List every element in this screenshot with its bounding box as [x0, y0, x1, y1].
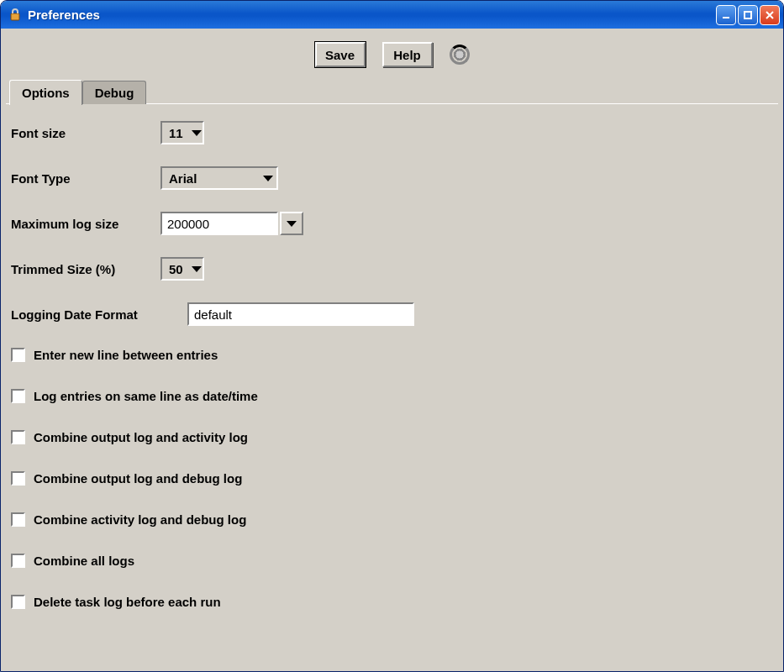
options-panel: Font size 11 Font Type Arial Maximum log… [6, 103, 778, 666]
tab-options[interactable]: Options [9, 80, 82, 105]
checkbox-row: Log entries on same line as date/time [11, 389, 773, 403]
font-size-select[interactable]: 11 [160, 121, 204, 144]
max-log-size-input[interactable] [160, 212, 278, 235]
checkbox-label[interactable]: Combine all logs [34, 554, 134, 568]
checkbox-row: Combine output log and debug log [11, 471, 773, 486]
checkbox-label[interactable]: Enter new line between entries [34, 348, 218, 362]
date-format-input[interactable] [187, 302, 414, 326]
font-size-value: 11 [169, 126, 183, 140]
minimize-button[interactable] [716, 5, 736, 25]
checkbox-label[interactable]: Log entries on same line as date/time [34, 389, 258, 403]
trimmed-size-select[interactable]: 50 [160, 257, 204, 281]
svg-rect-1 [723, 17, 729, 18]
window-controls [716, 5, 780, 25]
maximize-button[interactable] [738, 5, 758, 25]
checkbox-row: Combine all logs [11, 554, 773, 568]
max-log-size-combo [160, 212, 303, 235]
font-type-select[interactable]: Arial [160, 166, 278, 190]
checkbox-3[interactable] [11, 471, 25, 486]
tabstrip: Options Debug [6, 79, 778, 104]
app-icon [8, 8, 23, 23]
save-button[interactable]: Save [315, 42, 366, 67]
max-log-size-dropdown-button[interactable] [280, 212, 303, 235]
checkbox-label[interactable]: Combine output log and debug log [34, 471, 242, 486]
font-type-label: Font Type [11, 171, 160, 186]
close-button[interactable] [760, 5, 780, 25]
checkbox-label[interactable]: Delete task log before each run [34, 595, 221, 609]
busy-spinner-icon [450, 45, 470, 65]
trimmed-size-label: Trimmed Size (%) [11, 262, 160, 276]
checkbox-5[interactable] [11, 554, 25, 568]
font-type-value: Arial [169, 171, 197, 186]
checkbox-row: Enter new line between entries [11, 348, 773, 362]
max-log-size-label: Maximum log size [11, 217, 160, 231]
checkbox-row: Delete task log before each run [11, 595, 773, 609]
checkbox-2[interactable] [11, 430, 25, 444]
checkbox-label[interactable]: Combine output log and activity log [34, 430, 248, 444]
chevron-down-icon [192, 266, 202, 272]
client-area: Save Help Options Debug Font size 11 Fon… [1, 29, 783, 671]
chevron-down-icon [192, 130, 202, 136]
checkbox-6[interactable] [11, 595, 25, 609]
date-format-label: Logging Date Format [11, 307, 187, 322]
checkbox-1[interactable] [11, 389, 25, 403]
checkbox-row: Combine activity log and debug log [11, 512, 773, 527]
checkbox-4[interactable] [11, 512, 25, 527]
font-size-label: Font size [11, 126, 160, 140]
checkbox-row: Combine output log and activity log [11, 430, 773, 444]
window-title: Preferences [28, 8, 716, 22]
svg-rect-2 [745, 12, 751, 18]
tab-debug[interactable]: Debug [82, 81, 147, 104]
toolbar: Save Help [6, 37, 778, 79]
help-button[interactable]: Help [382, 42, 433, 67]
preferences-window: Preferences Save Help Options Debug Fon [0, 0, 784, 672]
trimmed-size-value: 50 [169, 262, 183, 276]
svg-rect-0 [11, 13, 19, 20]
checkbox-0[interactable] [11, 348, 25, 362]
chevron-down-icon [287, 221, 297, 227]
checkbox-label[interactable]: Combine activity log and debug log [34, 512, 246, 527]
titlebar: Preferences [1, 1, 783, 29]
chevron-down-icon [263, 176, 273, 181]
